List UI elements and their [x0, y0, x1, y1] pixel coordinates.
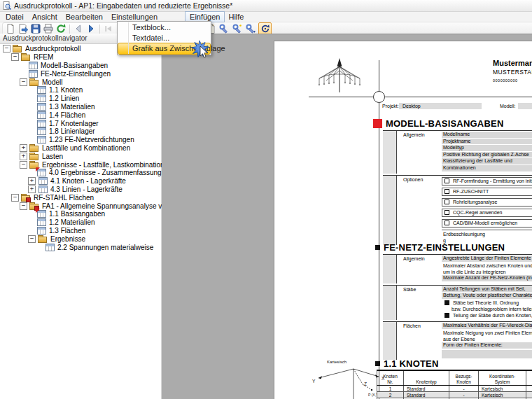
tree-item[interactable]: −Modell [0, 78, 162, 86]
project-value: Desktop [399, 103, 482, 109]
knoten-table-header: KnotenNr.KnotentypBezugs-KnotenKoordinat… [377, 370, 532, 386]
expand-icon[interactable]: + [28, 186, 36, 193]
table-icon [38, 177, 48, 185]
tree-item[interactable]: +4.3 Linien - Lagerkräfte [0, 186, 162, 194]
menu-icon-gutter [128, 22, 129, 54]
section-title: MODELL-BASISANGABEN [386, 118, 503, 129]
menu-bearbeiten[interactable]: Bearbeiten [62, 12, 107, 22]
folder-icon [38, 235, 48, 243]
tree-item-label: Ausdruckprotokoll [24, 45, 80, 52]
tree-item[interactable]: 1.3 Materialien [0, 103, 162, 111]
menu-einstellungen[interactable]: Einstellungen [107, 12, 162, 22]
menu-datei[interactable]: Datei [1, 12, 28, 22]
tree-item[interactable]: +4.1 Knoten - Lagerkräfte [0, 177, 162, 186]
tree-item[interactable]: 1.2 Materialien [0, 218, 162, 227]
param-group: FlächenMaximales Verhältnis der FE-Viere… [383, 321, 532, 360]
tree-item[interactable]: −Ergebnisse [0, 234, 162, 243]
tree-item-label: Ergebnisse - Lastfälle, Lastkombinatione… [41, 161, 162, 169]
tree-item[interactable]: 4.0 Ergebnisse - Zusammenfassung [0, 169, 162, 177]
expand-icon[interactable]: + [20, 153, 27, 160]
tree-item-label: 1.3 Materialien [48, 103, 95, 111]
menuitem-textblock-[interactable]: Textblock... [118, 22, 210, 33]
menu-ansicht[interactable]: Ansicht [28, 12, 62, 22]
model-label: Modell: [500, 104, 516, 108]
tree-item-label: 1.2 Linien [48, 94, 79, 102]
knoten-table: KnotenNr.KnotentypBezugs-KnotenKoordinat… [377, 370, 532, 399]
column-header: Bezugs-Knoten [449, 370, 479, 386]
param-row: bzw. Durchschlagproblem intern teilen [442, 306, 532, 312]
tree-item[interactable]: −RF-STAHL Flächen [0, 193, 162, 202]
folder-icon [29, 78, 39, 86]
tree-item[interactable]: 1.1 Basisangaben [0, 210, 162, 218]
collapse-icon[interactable]: − [3, 45, 10, 52]
table-icon [36, 227, 46, 234]
print-icon[interactable] [43, 23, 54, 34]
collapse-icon[interactable]: − [20, 161, 27, 169]
table-icon [36, 86, 46, 94]
page-new-icon[interactable] [5, 23, 16, 34]
save-icon[interactable] [30, 23, 41, 34]
collapse-icon[interactable]: − [11, 194, 19, 202]
table-icon [28, 62, 38, 69]
tree-item[interactable]: +Lastfälle und Kombinationen [0, 144, 162, 153]
section-groups: AllgemeinAngestrebte Länge der Finiten E… [383, 254, 532, 360]
tree-item-label: 4.0 Ergebnisse - Zusammenfassung [48, 169, 162, 176]
tree-item[interactable]: 1.4 Flächen [0, 111, 162, 119]
busy-cursor-icon [190, 39, 211, 60]
param-row: Stäbe bei Theorie III. Ordnung [442, 300, 532, 306]
table-icon [36, 111, 46, 119]
wrench-icon[interactable] [245, 23, 256, 34]
tree-item-label: 2.2 Spannungen materialweise [57, 244, 153, 251]
param-row: Form der Finiten Elemente: [442, 342, 532, 349]
tree-item[interactable]: −FA1 - Allgemeine Spannungsanalyse von F… [0, 202, 162, 210]
column-header [526, 370, 532, 386]
expand-icon[interactable]: + [28, 177, 36, 185]
param-row: Angestrebte Länge der Finiten Elemente [442, 255, 532, 262]
table-icon [36, 94, 46, 102]
company-city: MUSTERSTADT [493, 69, 532, 76]
wrench-icon[interactable] [232, 23, 243, 34]
collapse-icon[interactable]: − [28, 235, 36, 243]
table-row: 2Standard-Kartesisch [377, 392, 532, 398]
tree-item[interactable]: 1.2 Linien [0, 94, 162, 103]
section-marker [373, 119, 382, 128]
param-group: OptionenRF-Formfindung - Ermittlung von … [383, 175, 532, 245]
param-row: Anzahl Teilungen von Stäben mit Seil, [442, 286, 532, 293]
menu-hilfe[interactable]: Hilfe [224, 12, 248, 22]
wrench-icon[interactable] [218, 23, 230, 34]
collapse-icon[interactable]: − [20, 78, 27, 86]
param-row: Projektname [442, 139, 532, 145]
company-phone: 0000000000 [493, 78, 532, 83]
title-bar: Ausdruckprotokoll - AP1: Eingabedaten un… [0, 0, 532, 12]
tree-item-label: Lasten [41, 153, 63, 160]
tree-item[interactable]: 2.2 Spannungen materialweise [0, 243, 162, 251]
tree-item[interactable]: 1.23 FE-Netzverdichtungen [0, 136, 162, 144]
section-marker [375, 245, 380, 250]
param-row: Maximale Anzahl der FE-Netz-Knoten (in T… [442, 275, 532, 281]
report-header-rule [309, 97, 532, 97]
expand-icon[interactable]: + [20, 144, 27, 152]
tree-item[interactable]: 1.7 Knotenlager [0, 119, 162, 127]
refresh-icon[interactable] [55, 23, 66, 34]
nav-forward-icon[interactable] [85, 23, 97, 34]
section-fe-netz-einstellungen: FE-NETZ-EINSTELLUNGEN AllgemeinAngestreb… [373, 242, 532, 361]
tree-item[interactable]: FE-Netz-Einstellungen [0, 69, 162, 78]
tree-item[interactable]: Modell-Basisangaben [0, 62, 162, 70]
param-group: StäbeAnzahl Teilungen von Stäben mit Sei… [383, 285, 532, 321]
section-title: FE-NETZ-EINSTELLUNGEN [384, 242, 505, 253]
tree-item[interactable]: 1.3 Flächen [0, 227, 162, 235]
menu-einfügen[interactable]: Einfügen [186, 12, 224, 22]
collapse-icon[interactable]: − [11, 53, 19, 61]
tree-item[interactable]: −Ergebnisse - Lastfälle, Lastkombination… [0, 160, 162, 169]
tree-item[interactable]: 1.8 Linienlager [0, 127, 162, 136]
skip-first-icon[interactable] [103, 23, 114, 34]
page-export-icon[interactable] [18, 23, 29, 34]
folder-icon [13, 45, 22, 52]
toolbar-separator [99, 24, 100, 34]
tree-item[interactable]: +Lasten [0, 152, 162, 160]
nav-back-icon[interactable] [73, 23, 84, 34]
tree-item[interactable]: 1.1 Knoten [0, 86, 162, 94]
param-row: aus der Ebene [442, 336, 532, 342]
svg-text:Y: Y [312, 379, 316, 384]
collapse-icon[interactable]: − [20, 202, 27, 210]
